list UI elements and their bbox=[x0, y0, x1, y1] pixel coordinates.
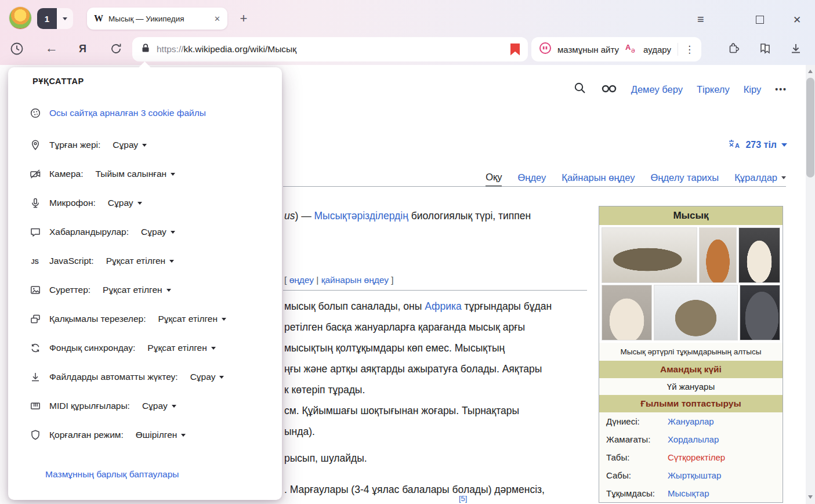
tab-history[interactable]: Өңделу тарихы bbox=[650, 168, 719, 187]
cat-photo-tabby-lying[interactable] bbox=[602, 227, 697, 283]
article-paragraph: рысып, шулайды. bbox=[284, 448, 367, 469]
dropdown-caret-icon bbox=[171, 231, 175, 234]
taxonomy-redlink[interactable]: Сүтқоректілер bbox=[668, 452, 725, 462]
tab-edit[interactable]: Өңдеу bbox=[517, 168, 546, 187]
cookies-row[interactable]: Осы сайтқа арналған 3 cookie файлы bbox=[29, 99, 270, 128]
more-options-button[interactable]: ⋮ bbox=[684, 43, 694, 56]
browser-menu-button[interactable]: ≡ bbox=[697, 13, 704, 26]
infobox-title: Мысық bbox=[599, 206, 783, 225]
permission-value-dropdown[interactable]: Сұрау bbox=[108, 198, 142, 208]
midi-piano-icon bbox=[29, 400, 42, 412]
cat-photo-siamese[interactable] bbox=[602, 285, 652, 340]
back-button[interactable]: ← bbox=[45, 41, 58, 56]
tab-group-dropdown[interactable] bbox=[57, 8, 73, 29]
history-button[interactable] bbox=[9, 41, 24, 59]
permission-value-dropdown[interactable]: Сұрау bbox=[141, 227, 175, 237]
cat-photo-orange[interactable] bbox=[699, 227, 737, 283]
scroll-down-arrow[interactable] bbox=[808, 495, 813, 499]
window-close-button[interactable]: ✕ bbox=[793, 14, 801, 26]
login-link[interactable]: Кіру bbox=[744, 84, 762, 95]
permission-value: Рұқсат етілген bbox=[158, 314, 218, 324]
user-menu-ellipsis[interactable]: ••• bbox=[775, 85, 787, 94]
donate-link[interactable]: Демеу беру bbox=[631, 84, 683, 95]
reload-button[interactable] bbox=[109, 42, 123, 58]
cat-photo-white-orange[interactable] bbox=[738, 227, 780, 283]
lock-icon[interactable] bbox=[140, 43, 151, 56]
svg-text:JS: JS bbox=[31, 258, 39, 265]
text-fragment: мысық болып саналады, оны bbox=[284, 300, 425, 312]
scroll-up-arrow[interactable] bbox=[808, 70, 813, 73]
divider bbox=[678, 43, 678, 56]
new-tab-button[interactable]: + bbox=[236, 10, 252, 27]
permission-value-dropdown[interactable]: Тыйым салынған bbox=[95, 169, 175, 179]
permission-row-microphone: Микрофон: Сұрау bbox=[29, 188, 270, 217]
bookmark-icon[interactable] bbox=[510, 43, 520, 56]
register-link[interactable]: Тіркелу bbox=[697, 84, 730, 95]
text-line: мысық болып саналады, оны Африка тұрғынд… bbox=[284, 296, 552, 317]
species-name-fragment: us bbox=[284, 210, 295, 222]
cookies-link[interactable]: Осы сайтқа арналған 3 cookie файлы bbox=[49, 108, 206, 118]
profile-avatar[interactable] bbox=[9, 7, 31, 29]
clock-icon bbox=[9, 41, 24, 56]
appearance-glasses-icon[interactable] bbox=[601, 82, 617, 96]
scrollbar-thumb[interactable] bbox=[806, 78, 814, 177]
tab-read[interactable]: Оқу bbox=[486, 168, 502, 187]
language-selector[interactable]: A 273 тіл bbox=[728, 139, 787, 151]
search-icon[interactable] bbox=[573, 81, 587, 97]
taxonomy-link[interactable]: Жыртқыштар bbox=[668, 470, 721, 480]
permission-value-dropdown[interactable]: Сұрау bbox=[142, 401, 176, 411]
yandex-home-button[interactable]: Я bbox=[79, 43, 86, 55]
permission-value-dropdown[interactable]: Өшірілген bbox=[136, 430, 186, 440]
all-content-settings-link[interactable]: Мазмұнның барлық баптаулары bbox=[45, 469, 270, 480]
microphone-icon bbox=[29, 197, 42, 209]
tab-group[interactable]: 1 bbox=[37, 8, 73, 29]
reload-icon bbox=[109, 42, 123, 56]
felidae-link[interactable]: Мысықтәрізділердің bbox=[314, 210, 408, 222]
taxonomy-label: Жамағаты: bbox=[606, 434, 668, 444]
javascript-icon: JS bbox=[29, 255, 42, 267]
tab-edit-source[interactable]: Қайнарын өңдеу bbox=[562, 168, 635, 187]
collections-button[interactable] bbox=[758, 42, 772, 58]
heading-underline bbox=[283, 290, 587, 291]
auto-download-icon bbox=[29, 371, 42, 383]
text-fragment: тұрғындары бұдан bbox=[462, 300, 552, 312]
tab-close-icon[interactable]: ✕ bbox=[214, 14, 220, 23]
speak-content-button[interactable]: мазмұнын айту bbox=[557, 45, 619, 55]
permission-value: Сұрау bbox=[141, 227, 166, 237]
dropdown-caret-icon bbox=[169, 260, 174, 263]
edit-source-link[interactable]: қайнарын өңдеу bbox=[321, 275, 389, 285]
section-edit-links: [ өңдеу | қайнарын өңдеу ] bbox=[284, 270, 394, 291]
text-line: ңғы және артқы аяқтарды ажыратуға болады… bbox=[284, 358, 552, 379]
permission-value-dropdown[interactable]: Рұқсат етілген bbox=[106, 256, 175, 266]
article-paragraph: мысық болып саналады, оны Африка тұрғынд… bbox=[284, 296, 552, 400]
taxonomy-link[interactable]: Жануарлар bbox=[668, 416, 714, 426]
cat-photo-tabby-standing[interactable] bbox=[654, 285, 738, 340]
tab-title: Мысық — Уикипедия bbox=[108, 14, 209, 23]
reference-link[interactable]: [5] bbox=[459, 494, 467, 503]
language-count[interactable]: 273 тіл bbox=[745, 140, 777, 150]
edit-link[interactable]: өңдеу bbox=[289, 275, 314, 285]
tab-group-count[interactable]: 1 bbox=[37, 8, 57, 29]
permission-value-dropdown[interactable]: Рұқсат етілген bbox=[158, 314, 226, 324]
wikipedia-favicon: W bbox=[94, 13, 103, 24]
downloads-button[interactable] bbox=[789, 42, 803, 58]
maximize-button[interactable] bbox=[756, 16, 764, 24]
browser-tab[interactable]: W Мысық — Уикипедия ✕ bbox=[87, 8, 227, 30]
permission-value-dropdown[interactable]: Рұқсат етілген bbox=[103, 285, 171, 295]
taxonomy-link[interactable]: Мысықтар bbox=[668, 488, 709, 498]
permission-label: JavaScript: bbox=[49, 256, 94, 266]
permission-value: Сұрау bbox=[190, 372, 216, 382]
permission-value-dropdown[interactable]: Рұқсат етілген bbox=[147, 343, 216, 353]
extensions-button[interactable] bbox=[726, 42, 740, 58]
translate-button[interactable]: аудару bbox=[643, 45, 671, 55]
permission-value-dropdown[interactable]: Сұрау bbox=[113, 140, 147, 150]
africa-link[interactable]: Африка bbox=[425, 300, 462, 312]
taxonomy-link[interactable]: Хордалылар bbox=[668, 434, 719, 444]
address-bar[interactable]: https://kk.wikipedia.org/wiki/Мысық bbox=[132, 37, 528, 61]
cat-photo-gray[interactable] bbox=[740, 285, 780, 340]
article-intro-line: us) — Мысықтәрізділердің биологиялық түр… bbox=[284, 205, 531, 226]
permission-value-dropdown[interactable]: Сұрау bbox=[190, 372, 224, 382]
tab-tools[interactable]: Құралдар bbox=[734, 168, 786, 187]
notification-bubble-icon bbox=[29, 226, 42, 238]
url-text[interactable]: https://kk.wikipedia.org/wiki/Мысық bbox=[157, 44, 505, 55]
